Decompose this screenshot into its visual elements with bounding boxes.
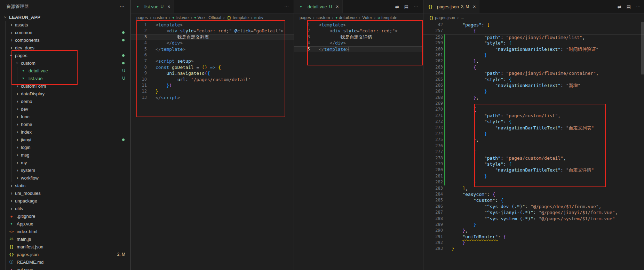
code-text: "navigationBarTitleText": "自定义列表" xyxy=(443,125,594,131)
tab-bar: ▼ list.vue U × ⋯ xyxy=(131,0,294,14)
code-text: "^sys-jianyi-(.*)": "@/pages/jianyi/$1/f… xyxy=(443,209,618,215)
git-gutter-added-bar xyxy=(444,101,445,106)
tree-item-pages.json[interactable]: {}pages.json2, M xyxy=(0,251,130,258)
line-number: 284 xyxy=(423,191,443,197)
tree-item-workflow[interactable]: ›workflow xyxy=(0,174,130,182)
breadcrumb-segment-template[interactable]: ⊘template xyxy=(377,15,397,20)
line-number: 289 xyxy=(423,222,443,228)
explorer-header: 资源管理器 ⋯ xyxy=(0,0,130,13)
line-number: 7 xyxy=(131,58,147,64)
tree-item-main.js[interactable]: JSmain.js xyxy=(0,235,130,243)
tree-item-uni.scss[interactable]: ◆uni.scss xyxy=(0,266,130,270)
code-text: }, xyxy=(443,58,479,64)
symbol-icon: ⊘ xyxy=(377,16,380,20)
tree-item-list.vue[interactable]: ▼list.vueU xyxy=(0,74,130,82)
editor-actions: ⋯ xyxy=(284,0,294,13)
line-number: 286 xyxy=(423,204,443,209)
breadcrumb-segment-custom[interactable]: custom xyxy=(317,15,330,20)
explorer-more-actions-icon[interactable]: ⋯ xyxy=(119,3,125,10)
tree-item-index[interactable]: ›index xyxy=(0,128,130,136)
tree-item-uni_modules[interactable]: ›uni_modules xyxy=(0,189,130,197)
tree-item-jianyi[interactable]: ›jianyi xyxy=(0,136,130,143)
tree-item-static[interactable]: ›static xyxy=(0,182,130,189)
breadcrumb-segment-Vue-Official[interactable]: ▼Vue - Official xyxy=(194,15,221,20)
more-actions-icon[interactable]: ⋯ xyxy=(414,4,418,9)
breadcrumb-separator: › xyxy=(150,15,151,20)
tree-item-README.md[interactable]: ⓘREADME.md xyxy=(0,258,130,266)
code-line-278: 278 "path": "pages/custom/detail", xyxy=(423,155,644,161)
file-label: dataDisplay xyxy=(21,91,45,96)
tab-pages-json[interactable]: {} pages.json 2, M × xyxy=(423,0,479,13)
breadcrumb-segment-div[interactable]: ⊘div xyxy=(254,15,263,20)
close-icon[interactable]: × xyxy=(167,4,170,9)
indent-guide xyxy=(17,74,17,82)
tree-item-dataDisplay[interactable]: ›dataDisplay xyxy=(0,90,130,97)
tree-item-pages[interactable]: ›pages xyxy=(0,51,130,59)
breadcrumb-segment-pages[interactable]: pages xyxy=(136,15,148,20)
breadcrumb-segment-custom[interactable]: custom xyxy=(153,15,167,20)
line-number: 5 xyxy=(131,46,147,52)
tree-item-home[interactable]: ›home xyxy=(0,120,130,128)
code-editor-pages-json[interactable]: 42 "pages": [257 {258 "path": "pages/jia… xyxy=(423,22,644,270)
breadcrumb-segment-template[interactable]: {}template xyxy=(227,15,249,20)
code-line-271: 271 "path": "pages/custom/list", xyxy=(423,113,644,119)
code-line-276: 276 xyxy=(423,143,644,149)
indent-guide xyxy=(11,74,11,82)
tree-item-dev_docs[interactable]: ›dev_docs xyxy=(0,44,130,51)
breadcrumb-segment-pages.json[interactable]: {}pages.json xyxy=(429,15,455,20)
tree-item-.gitignore[interactable]: ◆.gitignore xyxy=(0,212,130,220)
open-changes-icon[interactable]: ⇄ xyxy=(618,4,621,9)
json-file-icon: {} xyxy=(9,245,14,249)
file-label: .gitignore xyxy=(17,214,35,219)
code-editor-list-vue[interactable]: 1<template>2 <div style="color: red;" @c… xyxy=(131,22,294,270)
tab-detail-vue[interactable]: ▼ detail.vue U × xyxy=(294,0,343,13)
tree-item-detail.vue[interactable]: ▼detail.vueU xyxy=(0,67,130,74)
tree-item-App.vue[interactable]: ▼App.vue xyxy=(0,220,130,228)
breadcrumb-segment-...[interactable]: ... xyxy=(461,15,464,20)
chevron-right-icon: › xyxy=(15,121,20,127)
indent-guide xyxy=(5,212,6,220)
close-icon[interactable]: × xyxy=(473,4,476,9)
breadcrumb-segment-list.vue[interactable]: ▼list.vue xyxy=(172,15,189,20)
tree-item-msg[interactable]: ›msg xyxy=(0,151,130,159)
tree-item-customForm[interactable]: ›customForm xyxy=(0,82,130,90)
code-text: <div style="color: red;" @click="goDetai… xyxy=(147,28,284,34)
vertical-scrollbar[interactable] xyxy=(641,22,644,74)
indent-guide xyxy=(5,67,6,74)
tree-item-func[interactable]: ›func xyxy=(0,113,130,120)
editor-layout-icon[interactable]: ▤ xyxy=(627,4,631,9)
split-editor-icon[interactable]: ⇄ xyxy=(395,4,399,9)
tree-item-unpackage[interactable]: ›unpackage xyxy=(0,197,130,205)
chevron-right-icon: › xyxy=(9,30,14,35)
more-actions-icon[interactable]: ⋯ xyxy=(284,4,289,9)
more-actions-icon[interactable]: ⋯ xyxy=(636,4,641,9)
close-icon[interactable]: × xyxy=(336,4,339,9)
git-gutter-added-bar xyxy=(444,88,445,94)
breadcrumb-segment-detail.vue[interactable]: ▼detail.vue xyxy=(335,15,357,20)
tree-item-dev[interactable]: ›dev xyxy=(0,105,130,113)
tree-item-utils[interactable]: ›utils xyxy=(0,205,130,212)
indent-guide xyxy=(5,105,6,113)
tree-root-LEARUN_APP[interactable]: ›LEARUN_APP xyxy=(0,13,130,21)
tree-item-common[interactable]: ›common xyxy=(0,29,130,36)
tree-item-my[interactable]: ›my xyxy=(0,159,130,166)
breadcrumb-segment-Vuter[interactable]: Vuter xyxy=(362,15,372,20)
code-line-7: 7<script setup> xyxy=(131,58,294,64)
tree-item-components[interactable]: ›components xyxy=(0,36,130,44)
js-file-icon: JS xyxy=(9,237,14,241)
file-label: manifest.json xyxy=(17,244,43,249)
line-number: 6 xyxy=(131,52,147,58)
tree-item-custom[interactable]: ›custom xyxy=(0,59,130,67)
editor-layout-icon[interactable]: ▤ xyxy=(404,4,408,9)
tree-item-manifest.json[interactable]: {}manifest.json xyxy=(0,243,130,251)
code-editor-detail-vue[interactable]: 1<template>2 <div style="color: red;">3 … xyxy=(294,22,423,270)
breadcrumb-separator: › xyxy=(169,15,170,20)
tree-item-system[interactable]: ›system xyxy=(0,166,130,174)
git-gutter-added-bar xyxy=(444,173,445,179)
tab-list-vue[interactable]: ▼ list.vue U × xyxy=(131,0,174,13)
tree-item-assets[interactable]: ›assets xyxy=(0,21,130,29)
breadcrumb-segment-pages[interactable]: pages xyxy=(300,15,311,20)
tree-item-login[interactable]: ›login xyxy=(0,143,130,151)
tree-item-demo[interactable]: ›demo xyxy=(0,97,130,105)
tree-item-index.html[interactable]: <>index.html xyxy=(0,228,130,235)
